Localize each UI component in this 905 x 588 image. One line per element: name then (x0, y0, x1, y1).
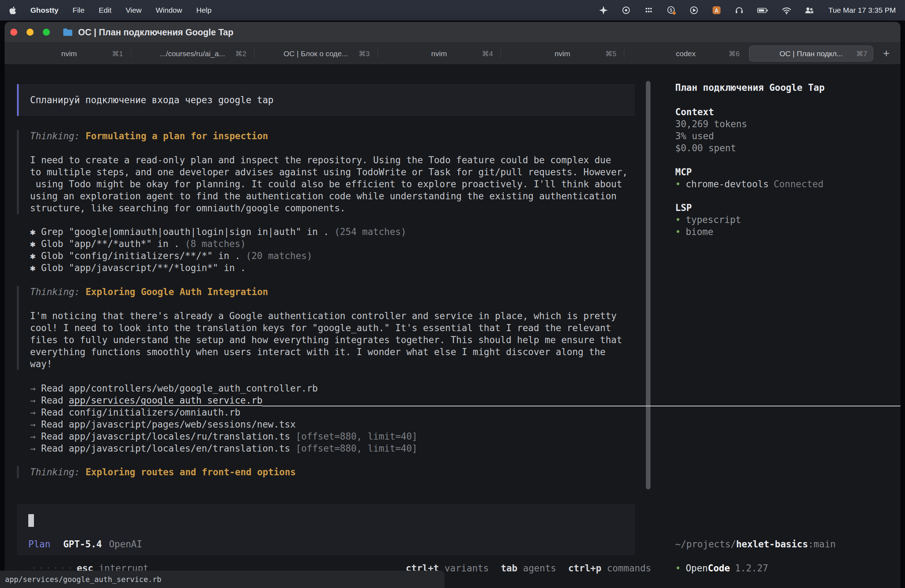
session-sidebar: План подключения Google Tap Context 30,2… (664, 65, 900, 588)
sparkle-icon[interactable] (599, 5, 608, 15)
tab-nvim-1[interactable]: nvim ⌘1 (8, 43, 131, 64)
tab-courses[interactable]: .../courses/ru/ai_a... ⌘2 (131, 43, 254, 64)
assistant-text-part: Thinking:Formulating a plan for inspecti… (17, 130, 635, 214)
tool-result: (254 matches) (334, 227, 406, 237)
battery-icon[interactable] (757, 5, 769, 15)
window-titlebar: ОС | План подключения Google Tap (5, 22, 900, 43)
tool-args: "config/initializers/**/*" in . (69, 250, 240, 261)
close-button[interactable] (10, 29, 17, 36)
thinking-label: Thinking: (30, 287, 80, 297)
record-icon[interactable] (621, 5, 631, 15)
tab-shortcut: ⌘4 (482, 49, 493, 58)
read-suffix: [offset=880, limit=40] (295, 443, 417, 454)
tab-shortcut: ⌘7 (856, 49, 867, 58)
mcp-name: chrome-devtools (686, 179, 769, 189)
assistant-text-line: way! (30, 358, 635, 370)
context-tokens: 30,269 tokens (675, 118, 747, 130)
headphones-icon[interactable] (734, 5, 744, 15)
svg-text:A: A (715, 8, 719, 14)
terminal-content: Спланируй подключение входа через google… (5, 65, 900, 588)
minimize-button[interactable] (27, 29, 33, 36)
tab-shortcut: ⌘2 (235, 49, 246, 58)
tool-icon: ✱ (30, 227, 36, 237)
thinking-heading: Thinking:Exploring Google Auth Integrati… (30, 286, 635, 298)
badge-5-icon[interactable]: 5 (666, 5, 676, 15)
context-spent: $0.00 spent (675, 142, 747, 154)
tool-result: (20 matches) (246, 250, 313, 261)
tab-os-blok[interactable]: ОС | Блок о соде... ⌘3 (254, 43, 378, 64)
menu-item-help[interactable]: Help (196, 6, 211, 14)
a-badge-icon[interactable]: A (711, 5, 721, 15)
play-icon[interactable] (689, 5, 699, 15)
file-link[interactable]: config/initializers/omniauth.rb (69, 407, 240, 418)
file-link[interactable]: app/controllers/web/google_auth_controll… (69, 383, 318, 394)
bullet-icon: • (675, 179, 681, 189)
tab-nvim-5[interactable]: nvim ⌘5 (500, 43, 624, 64)
assistant-text-line: cool! I need to look into the translatio… (30, 322, 635, 334)
model-label[interactable]: GPT-5.4 (63, 538, 102, 550)
tool-name: Glob (41, 239, 63, 249)
thinking-title: Exploring Google Auth Integration (86, 287, 268, 297)
arrow-icon: → (30, 431, 36, 442)
tool-name: Glob (41, 250, 63, 261)
zoom-button[interactable] (43, 29, 50, 36)
assistant-text-line: structure, like searching for omniauth/g… (30, 202, 635, 214)
tab-shortcut: ⌘5 (605, 49, 616, 58)
menu-clock[interactable]: Tue Mar 17 3:35 PM (828, 6, 896, 14)
file-link-hovered[interactable]: app/services/google_auth_service.rb (69, 395, 263, 406)
tool-args: "app/javascript/**/*login*" in . (69, 263, 246, 273)
prompt-input[interactable]: Plan GPT-5.4 OpenAI (17, 504, 635, 555)
text-cursor (28, 514, 34, 527)
assistant-text-line: I need to create a read-only plan and in… (30, 154, 635, 166)
opencode-version: •OpenCode1.2.27 (675, 562, 768, 574)
tool-call-glob: ✱ Glob "config/initializers/**/*" in . (… (30, 250, 406, 262)
thinking-heading: Thinking:Exploring routes and front-end … (30, 466, 635, 478)
arrow-icon: → (30, 419, 36, 430)
read-call: → Read app/javascript/pages/web/sessions… (30, 418, 418, 430)
tab-shortcut: ⌘3 (359, 49, 370, 58)
tab-codex[interactable]: codex ⌘6 (624, 43, 747, 64)
scrollbar[interactable] (646, 81, 651, 490)
menu-item-edit[interactable]: Edit (98, 6, 111, 14)
read-verb: Read (41, 407, 63, 418)
bullet-icon: • (675, 214, 681, 225)
tool-icon: ✱ (30, 263, 36, 273)
tool-name: Grep (41, 227, 63, 237)
file-link[interactable]: app/javascript/locales/ru/translation.ts (69, 431, 290, 442)
users-icon[interactable] (804, 5, 814, 15)
read-verb: Read (41, 383, 63, 394)
user-message: Спланируй подключение входа через google… (17, 84, 635, 116)
agent-mode-label[interactable]: Plan (28, 538, 51, 550)
mcp-item: •chrome-devtoolsConnected (675, 178, 823, 190)
read-call-group: → Read app/controllers/web/google_auth_c… (17, 382, 418, 455)
arrow-icon: → (30, 443, 36, 454)
menu-item-window[interactable]: Window (156, 6, 183, 14)
hint-agents: tab agents (501, 562, 556, 574)
lsp-name: biome (686, 227, 713, 237)
tool-call-glob: ✱ Glob "app/javascript/**/*login*" in . (30, 262, 406, 274)
menu-item-file[interactable]: File (73, 6, 84, 14)
assistant-text-line: I'm noticing that there's already a Goog… (30, 310, 635, 322)
mcp-section: MCP •chrome-devtoolsConnected (675, 166, 823, 190)
ghostty-window: ОС | План подключения Google Tap nvim ⌘1… (5, 22, 900, 588)
tab-nvim-4[interactable]: nvim ⌘4 (378, 43, 501, 64)
grid-icon[interactable] (644, 5, 654, 15)
menu-bar: Ghostty File Edit View Window Help 5 (0, 0, 905, 21)
wifi-icon[interactable] (782, 5, 792, 15)
lsp-heading: LSP (675, 202, 741, 214)
file-link[interactable]: app/javascript/pages/web/sessions/new.ts… (69, 419, 296, 430)
window-title: ОС | План подключения Google Tap (78, 27, 233, 38)
thinking-heading: Thinking:Formulating a plan for inspecti… (30, 130, 635, 142)
read-call: → Read app/services/google_auth_service.… (30, 395, 418, 406)
menu-item-view[interactable]: View (125, 6, 141, 14)
tool-args: "google|omniauth|oauth|login|sign in|aut… (69, 227, 329, 237)
apple-menu-icon[interactable] (9, 6, 16, 15)
file-link[interactable]: app/javascript/locales/en/translation.ts (69, 443, 290, 454)
context-used: 3% used (675, 130, 747, 142)
new-tab-button[interactable]: + (875, 43, 897, 64)
tool-result: (8 matches) (185, 239, 246, 249)
menu-app-name[interactable]: Ghostty (30, 6, 58, 14)
assistant-text-line: everything functions smoothly when users… (30, 346, 635, 358)
tab-os-plan-active[interactable]: ОС | План подкл... ⌘7 (749, 46, 873, 62)
mcp-heading: MCP (675, 166, 823, 178)
